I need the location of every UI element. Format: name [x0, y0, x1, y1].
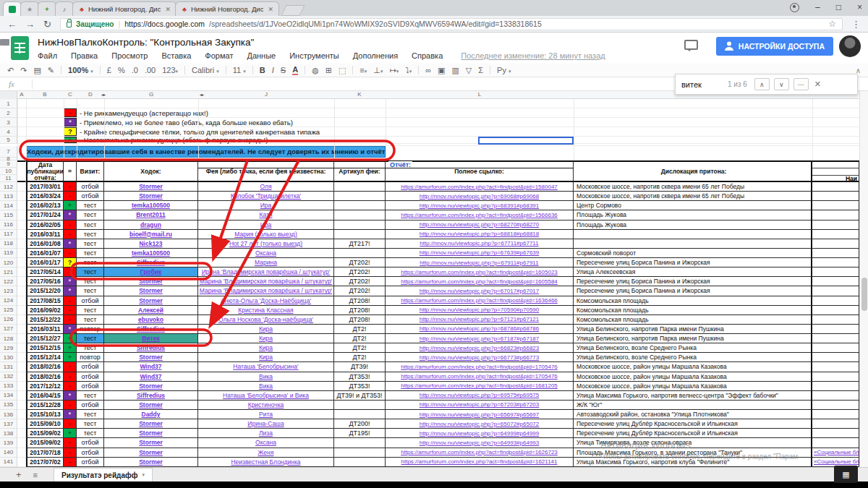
cell-date[interactable]: 2015/12/14: [26, 353, 64, 362]
cell-visit[interactable]: тест: [77, 429, 104, 438]
hidden-columns-icon[interactable]: ◂▸: [200, 92, 204, 97]
cell-location[interactable]: Московское шоссе, напротив сквера имени …: [574, 182, 812, 192]
cell-article[interactable]: [334, 201, 386, 210]
cell-a[interactable]: [17, 258, 26, 267]
row-number[interactable]: 136: [0, 410, 17, 419]
row-number[interactable]: 135: [0, 401, 17, 410]
cell-date[interactable]: 2015/10/13: [26, 410, 64, 419]
last-edit-link[interactable]: Последнее изменение: 28 минут назад: [461, 51, 605, 60]
cell-visit[interactable]: тест: [77, 410, 104, 419]
menu-Файл[interactable]: Файл: [38, 51, 57, 60]
cell-article[interactable]: ДТ353!: [334, 382, 386, 391]
window-close-button[interactable]: ×: [857, 2, 862, 12]
row-number[interactable]: 120: [0, 258, 17, 267]
filter-icon[interactable]: ▽: [466, 66, 472, 75]
cell-a[interactable]: [17, 362, 26, 372]
font-select[interactable]: Calibri ▾: [192, 66, 219, 74]
cell-mark[interactable]: *: [64, 410, 77, 419]
text-color-icon[interactable]: A: [292, 65, 298, 75]
browser-tab[interactable]: ★: [20, 1, 39, 16]
cell-extra-link[interactable]: [812, 382, 859, 391]
row-number[interactable]: 2: [0, 108, 17, 118]
cell-article[interactable]: ДТ202!: [334, 277, 386, 286]
cell-location[interactable]: Улица Максима Горького, напротив велнесс…: [574, 391, 812, 401]
bold-icon[interactable]: B: [260, 66, 265, 74]
cell-a[interactable]: [17, 391, 26, 401]
find-next-button[interactable]: ∨: [774, 78, 789, 90]
selected-cell[interactable]: [478, 137, 574, 145]
cell-date[interactable]: 2017/05/16: [26, 277, 64, 286]
menu-Дополнения[interactable]: Дополнения: [353, 51, 398, 60]
cell-extra-link[interactable]: [812, 334, 859, 343]
cell-report-url-link[interactable]: https://amurforum.com/index.php?act=find…: [386, 210, 574, 220]
cell-date[interactable]: 2016/03/11: [26, 325, 64, 334]
cell-mark[interactable]: *: [64, 210, 77, 220]
cell-report-url-link[interactable]: http://nnov.nu/viewtopic.php?p=68270#p68…: [386, 221, 574, 230]
cell-location[interactable]: Улица Алексеевская: [574, 267, 812, 277]
cell-hodok-link[interactable]: Siffredius: [104, 343, 198, 353]
cell-hodok-link[interactable]: Алексей: [104, 306, 198, 315]
cell-mark[interactable]: -: [64, 438, 77, 448]
cell-extra-link[interactable]: [812, 267, 859, 277]
cell-feya-link[interactable]: Ира: [198, 201, 334, 210]
cell-extra-link[interactable]: [812, 258, 859, 267]
cell-mark[interactable]: +: [64, 353, 77, 362]
font-size-select[interactable]: 11 ▾: [233, 66, 246, 74]
row-number[interactable]: 130: [0, 353, 17, 362]
cell-report-url-link[interactable]: http://nnov.nu/viewtopic.php?p=64993#p64…: [386, 438, 574, 448]
row-number[interactable]: 1: [0, 99, 17, 108]
cell-feya-link[interactable]: Кира: [198, 325, 334, 334]
cell-mark[interactable]: ?: [64, 258, 77, 267]
cell-extra-link[interactable]: [812, 410, 859, 419]
cell-feya-link[interactable]: Наташа 'Белобрысина' и Вика: [198, 391, 334, 401]
cell-date[interactable]: 2017/05/14: [26, 267, 64, 277]
row-number[interactable]: 133: [0, 382, 17, 391]
cell-extra-link[interactable]: [812, 286, 859, 296]
cell-report-url-link[interactable]: https://amurforum.com/index.php?act=find…: [386, 372, 574, 382]
cell-article[interactable]: [334, 182, 386, 192]
cell-extra-link[interactable]: [812, 182, 859, 192]
cell-report-url-link[interactable]: http://nnov.nu/viewtopic.php?p=67711#p67…: [386, 239, 574, 249]
functions-icon[interactable]: Σ: [478, 66, 483, 74]
cell-article[interactable]: [334, 249, 386, 258]
cell-date[interactable]: 2016/03/11: [26, 230, 64, 239]
cell-article[interactable]: [334, 210, 386, 220]
cell-article[interactable]: ДТ202!: [334, 267, 386, 277]
cell-report-url-link[interactable]: https://amurforum.com/index.php?act=find…: [386, 362, 574, 372]
cell-a[interactable]: [17, 221, 26, 230]
insert-comment-icon[interactable]: ▣: [438, 66, 445, 75]
decrease-decimal-icon[interactable]: .0: [132, 66, 138, 74]
cell-feya-link[interactable]: Мария (только выезд): [198, 230, 334, 239]
add-sheet-icon[interactable]: +: [16, 469, 22, 480]
cell-feya-link[interactable]: Ольга Носкова 'Доска-наёбщица': [198, 315, 334, 325]
row-number[interactable]: 123: [0, 286, 17, 296]
cell-mark[interactable]: +: [64, 429, 77, 438]
cell-article[interactable]: ДТ2!: [334, 325, 386, 334]
cell-extra-link[interactable]: [812, 230, 859, 239]
cell-mark[interactable]: -: [64, 419, 77, 429]
column-letter-J[interactable]: J: [265, 91, 268, 98]
cell-extra-link[interactable]: [812, 325, 859, 334]
cell-visit[interactable]: тест: [77, 286, 104, 296]
cell-a[interactable]: [17, 448, 26, 458]
row-number[interactable]: 4: [0, 127, 17, 137]
row-number[interactable]: 138: [0, 429, 17, 438]
menu-Вставка[interactable]: Вставка: [161, 51, 191, 60]
row-number[interactable]: 112: [0, 182, 17, 192]
cell-report-url-link[interactable]: https://amurforum.com/index.php?act=find…: [386, 382, 574, 391]
cell-date[interactable]: 2015/09/02: [26, 429, 64, 438]
cell-feya-link[interactable]: Марина: [198, 258, 334, 267]
collapse-toolbar-icon[interactable]: ∧: [856, 67, 861, 74]
cell-a[interactable]: [17, 382, 26, 391]
cell-article[interactable]: ДТ202!: [334, 286, 386, 296]
cell-report-url-link[interactable]: http://nnov.nu/viewtopic.php?p=67911#p67…: [386, 258, 574, 267]
cell-extra-link[interactable]: [812, 353, 859, 362]
cell-feya-link[interactable]: Рита: [198, 410, 334, 419]
cell-extra-link[interactable]: [812, 391, 859, 401]
cell-visit[interactable]: отбой: [77, 382, 104, 391]
cell-date[interactable]: 2017/07/18: [26, 448, 64, 458]
cell-hodok-link[interactable]: Wind37: [104, 362, 198, 372]
cell-date[interactable]: 2017/03/01: [26, 182, 64, 192]
cell-mark[interactable]: -: [64, 182, 77, 192]
row-number[interactable]: 134: [0, 391, 17, 401]
